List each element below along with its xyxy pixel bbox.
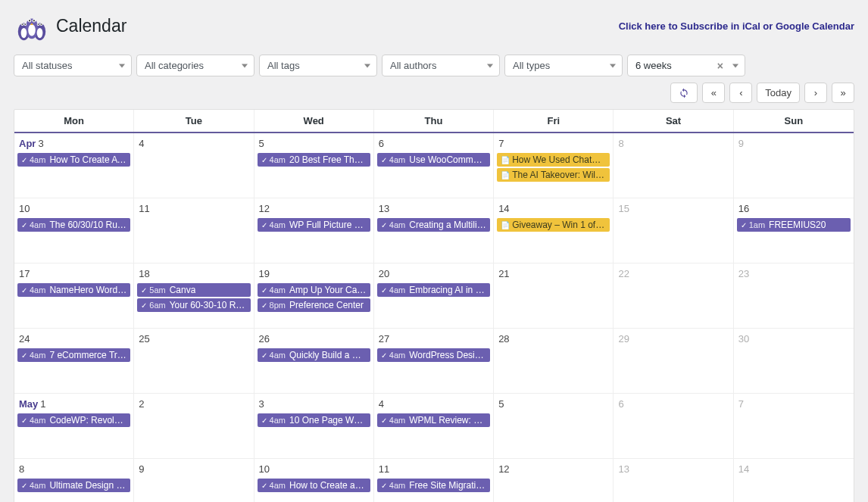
calendar-day-cell[interactable]: 26✓4amQuickly Build a Multili... <box>254 329 374 393</box>
day-number: 5 <box>495 397 611 413</box>
calendar-event[interactable]: ✓6amYour 60-30-10 Rule G... <box>137 298 250 312</box>
calendar-event[interactable]: ✓4amWordPress Designer ... <box>377 348 490 362</box>
check-icon: ✓ <box>21 221 27 229</box>
calendar-day-cell[interactable]: 9 <box>734 133 854 198</box>
calendar-day-cell[interactable]: 13✓4amCreating a Multilingua... <box>374 198 494 263</box>
day-number: 4 <box>136 136 251 152</box>
calendar-header-cell: Mon <box>14 110 134 132</box>
calendar-day-cell[interactable]: 17✓4amNameHero WordPress... <box>14 263 134 328</box>
check-icon: ✓ <box>261 482 267 490</box>
calendar-day-cell[interactable]: 20✓4amEmbracing AI in Web ... <box>374 263 494 328</box>
day-number: May1 <box>16 397 132 413</box>
calendar-event[interactable]: ✓4am20 Best Free Themes ... <box>258 153 370 167</box>
calendar-day-cell[interactable]: 14 <box>734 459 854 502</box>
calendar-day-cell[interactable]: 3✓4am10 One Page WordPre... <box>254 394 374 458</box>
calendar-event[interactable]: ✓4amHow to Create a Multil... <box>258 479 370 492</box>
calendar-day-cell[interactable]: 9 <box>134 459 254 502</box>
calendar-day-cell[interactable]: 11✓4amFree Site Migrations t... <box>374 459 494 502</box>
nav-today-button[interactable]: Today <box>757 83 800 103</box>
filter-author[interactable]: All authors <box>382 55 500 76</box>
filter-tag[interactable]: All tags <box>259 55 377 76</box>
calendar-event[interactable]: ✓4amNameHero WordPress... <box>17 283 130 297</box>
subscribe-link[interactable]: Click here to Subscribe in iCal or Googl… <box>619 20 854 32</box>
refresh-button[interactable] <box>670 83 698 103</box>
calendar-day-cell[interactable]: 28 <box>494 329 614 393</box>
calendar-day-cell[interactable]: 12✓4amWP Full Picture Revie... <box>254 198 374 263</box>
calendar-event[interactable]: ✓8pmPreference Center <box>258 298 370 312</box>
day-number: 18 <box>136 267 251 282</box>
calendar-day-cell[interactable]: 19✓4amAmp Up Your Campai...✓8pmPreferenc… <box>254 263 374 328</box>
calendar-day-cell[interactable]: 18✓5amCanva✓6amYour 60-30-10 Rule G... <box>134 263 254 328</box>
calendar-day-cell[interactable]: 22 <box>614 263 733 328</box>
calendar-day-cell[interactable]: 25 <box>134 329 254 393</box>
filter-category[interactable]: All categories <box>136 55 254 76</box>
calendar-day-cell[interactable]: May1✓4amCodeWP: Revolutioniz... <box>14 394 134 458</box>
calendar-day-cell[interactable]: 15 <box>614 198 733 263</box>
calendar-event[interactable]: ✓4amCodeWP: Revolutioniz... <box>17 413 130 427</box>
calendar-day-cell[interactable]: 5✓4am20 Best Free Themes ... <box>254 133 374 198</box>
calendar-event[interactable]: ✓4amUltimate Design Contr... <box>17 479 130 492</box>
nav-next-button[interactable]: › <box>804 83 827 103</box>
calendar-day-cell[interactable]: 7 <box>734 394 854 458</box>
calendar-day-cell[interactable]: 24✓4am7 eCommerce Trends ... <box>14 329 134 393</box>
check-icon: ✓ <box>21 286 27 295</box>
calendar-day-cell[interactable]: 8 <box>614 133 733 198</box>
calendar-day-cell[interactable]: 21 <box>494 263 614 328</box>
filter-weeks[interactable]: 6 weeks× <box>627 55 745 76</box>
nav-prev-button[interactable]: ‹ <box>729 83 752 103</box>
calendar-day-cell[interactable]: 30 <box>734 329 854 393</box>
calendar-day-cell[interactable]: 12 <box>494 459 614 502</box>
calendar-day-cell[interactable]: 6 <box>614 394 733 458</box>
calendar-day-cell[interactable]: 4 <box>134 133 254 198</box>
calendar-day-cell[interactable]: 14📄Giveaway – Win 1 of 10 O... <box>494 198 614 263</box>
calendar-event[interactable]: ✓4amEmbracing AI in Web ... <box>377 283 490 297</box>
event-title: WPML Review: WordP... <box>409 415 486 426</box>
check-icon: ✓ <box>261 156 267 164</box>
calendar-day-cell[interactable]: 6✓4amUse WooCommerce t... <box>374 133 494 198</box>
calendar-day-cell[interactable]: 10✓4amThe 60/30/10 Rule Ma... <box>14 198 134 263</box>
calendar-week-row: 17✓4amNameHero WordPress...18✓5amCanva✓6… <box>14 263 854 329</box>
calendar-event[interactable]: ✓4amWPML Review: WordP... <box>377 413 490 427</box>
calendar-event[interactable]: ✓1amFREEMIUS20 <box>737 218 851 232</box>
calendar-day-cell[interactable]: 11 <box>134 198 254 263</box>
calendar-event[interactable]: ✓5amCanva <box>137 283 250 297</box>
calendar-day-cell[interactable]: 16✓1amFREEMIUS20 <box>734 198 854 263</box>
calendar-day-cell[interactable]: 7📄How We Used ChatGPT to...📄The AI Takeo… <box>494 133 614 198</box>
event-time: 4am <box>270 220 286 229</box>
close-icon[interactable]: × <box>717 60 723 72</box>
nav-first-button[interactable]: « <box>702 83 725 103</box>
calendar-event[interactable]: ✓4amQuickly Build a Multili... <box>258 348 370 362</box>
calendar-event[interactable]: 📄The AI Takeover: Will Artif... <box>497 168 610 182</box>
calendar-day-cell[interactable]: 27✓4amWordPress Designer ... <box>374 329 494 393</box>
filter-status[interactable]: All statuses <box>14 55 132 76</box>
day-number: 8 <box>615 136 731 152</box>
calendar-day-cell[interactable]: 13 <box>614 459 733 502</box>
event-title: How We Used ChatGPT to... <box>512 154 606 165</box>
day-number: 13 <box>615 462 731 478</box>
calendar-event[interactable]: ✓4amUse WooCommerce t... <box>377 153 490 167</box>
nav-last-button[interactable]: » <box>832 83 854 103</box>
calendar-event[interactable]: ✓4am10 One Page WordPre... <box>258 413 370 427</box>
calendar-event[interactable]: ✓4amAmp Up Your Campai... <box>258 283 370 297</box>
calendar-event[interactable]: ✓4amThe 60/30/10 Rule Ma... <box>17 218 130 232</box>
month-label: Apr <box>19 138 36 149</box>
calendar-event[interactable]: ✓4amCreating a Multilingua... <box>377 218 490 232</box>
calendar-event[interactable]: 📄How We Used ChatGPT to... <box>497 153 610 167</box>
calendar-event[interactable]: ✓4amWP Full Picture Revie... <box>258 218 370 232</box>
day-number: 13 <box>376 201 492 217</box>
calendar-day-cell[interactable]: 10✓4amHow to Create a Multil... <box>254 459 374 502</box>
filter-type[interactable]: All types <box>504 55 623 76</box>
event-title: Creating a Multilingua... <box>409 220 486 230</box>
calendar-event[interactable]: ✓4amHow To Create A Woo... <box>17 153 130 167</box>
calendar-day-cell[interactable]: 23 <box>734 263 854 328</box>
calendar-event[interactable]: ✓4amFree Site Migrations t... <box>377 479 490 492</box>
calendar-day-cell[interactable]: 29 <box>614 329 733 393</box>
calendar-day-cell[interactable]: 5 <box>494 394 614 458</box>
calendar-day-cell[interactable]: 4✓4amWPML Review: WordP... <box>374 394 494 458</box>
calendar-day-cell[interactable]: 2 <box>134 394 254 458</box>
check-icon: ✓ <box>21 156 27 164</box>
calendar-day-cell[interactable]: Apr3✓4amHow To Create A Woo... <box>14 133 134 198</box>
calendar-event[interactable]: 📄Giveaway – Win 1 of 10 O... <box>497 218 610 232</box>
calendar-day-cell[interactable]: 8✓4amUltimate Design Contr... <box>14 459 134 502</box>
calendar-event[interactable]: ✓4am7 eCommerce Trends ... <box>17 348 130 362</box>
